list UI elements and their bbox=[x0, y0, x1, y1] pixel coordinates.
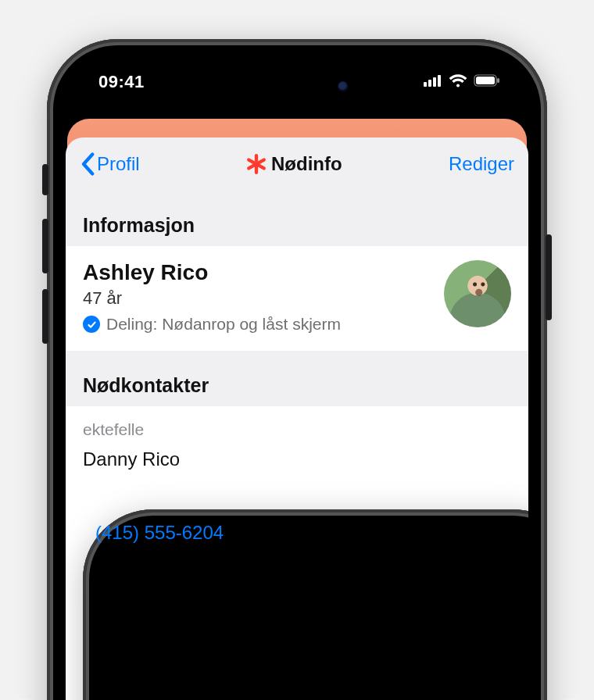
front-camera bbox=[338, 81, 349, 92]
svg-rect-0 bbox=[424, 82, 427, 87]
power-button bbox=[546, 234, 552, 320]
battery-icon bbox=[474, 74, 500, 90]
cellular-icon bbox=[424, 74, 442, 90]
sharing-text: Deling: Nødanrop og låst skjerm bbox=[106, 315, 341, 334]
svg-rect-3 bbox=[438, 75, 441, 87]
status-time: 09:41 bbox=[98, 72, 145, 92]
title-text: Nødinfo bbox=[271, 153, 342, 175]
sharing-row: Deling: Nødanrop og låst skjerm bbox=[83, 315, 341, 334]
volume-up-button bbox=[42, 219, 48, 273]
profile-age: 47 år bbox=[83, 288, 341, 309]
medical-id-sheet: Profil Nødinfo Rediger Informasjon bbox=[66, 138, 528, 700]
checkmark-badge-icon bbox=[83, 316, 100, 333]
section-header-info: Informasjon bbox=[66, 191, 528, 246]
medical-asterisk-icon bbox=[246, 154, 267, 174]
silence-switch bbox=[42, 164, 48, 195]
section-header-contacts: Nødkontakter bbox=[66, 351, 528, 406]
page-title: Nødinfo bbox=[246, 153, 342, 175]
back-button[interactable]: Profil bbox=[80, 152, 140, 176]
edit-button[interactable]: Rediger bbox=[449, 153, 514, 175]
dynamic-island bbox=[233, 69, 361, 105]
svg-rect-6 bbox=[497, 78, 499, 83]
profile-card: Ashley Rico 47 år Deling: Nødanrop og lå… bbox=[66, 246, 528, 351]
screen: 09:41 bbox=[59, 52, 535, 700]
avatar bbox=[444, 260, 511, 327]
contact-phone[interactable]: (415) 555-6204 bbox=[83, 509, 528, 700]
wifi-icon bbox=[449, 73, 467, 91]
svg-rect-5 bbox=[476, 77, 495, 84]
contact-name: Danny Rico bbox=[83, 448, 511, 470]
volume-down-button bbox=[42, 289, 48, 344]
chevron-left-icon bbox=[80, 152, 95, 176]
emergency-contacts-list: ektefelle Danny Rico (415) 555-6204 fore… bbox=[66, 406, 528, 700]
contact-relation: ektefelle bbox=[83, 420, 511, 439]
nav-bar: Profil Nødinfo Rediger bbox=[66, 138, 528, 191]
phone-frame: 09:41 bbox=[47, 39, 547, 700]
svg-rect-2 bbox=[433, 77, 436, 87]
profile-name: Ashley Rico bbox=[83, 260, 341, 285]
svg-rect-1 bbox=[428, 80, 431, 87]
back-label: Profil bbox=[97, 153, 140, 175]
contact-entry[interactable]: ektefelle Danny Rico (415) 555-6204 bbox=[66, 406, 528, 700]
